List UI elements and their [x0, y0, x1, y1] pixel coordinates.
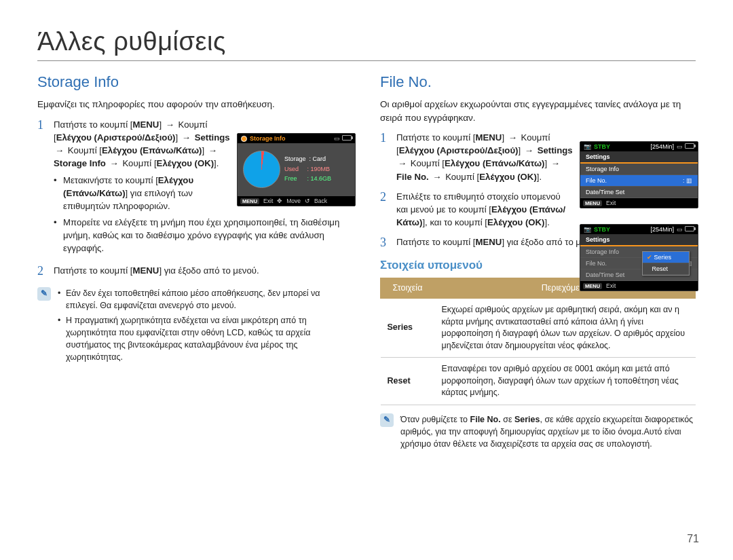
storage-value: : Card: [309, 155, 326, 162]
used-value: : 190MB: [307, 166, 331, 172]
menu-item-storage-info[interactable]: Storage Info: [586, 248, 619, 255]
back-icon: ↺: [305, 198, 310, 204]
storage-info-heading: Storage Info: [37, 73, 353, 91]
submenu-table: Στοιχεία Περιεχόμενα Series Εκχωρεί αριθ…: [380, 278, 696, 405]
menu-item-file-no-value-icon: : ▥: [683, 177, 692, 184]
time-remain: [254Min]: [650, 226, 674, 233]
exit-label: Exit: [606, 282, 616, 289]
table-header-items: Στοιχεία: [381, 278, 435, 299]
card-icon: ▭: [677, 143, 683, 150]
menu-item-file-no[interactable]: File No.: [586, 177, 607, 184]
file-no-intro: Οι αριθμοί αρχείων εκχωρούνται στις εγγε…: [380, 98, 696, 124]
menu-item-file-no[interactable]: File No.: [586, 260, 607, 267]
menu-chip: MENU: [583, 200, 602, 206]
step-2-number: 2: [37, 264, 47, 279]
battery-icon: [685, 226, 694, 231]
move-label: Move: [286, 198, 301, 204]
table-row: Series Εκχωρεί αριθμούς αρχείων με αριθμ…: [381, 299, 696, 358]
battery-icon: [685, 143, 694, 149]
card-icon: ▭: [677, 226, 683, 233]
free-label: Free: [284, 175, 297, 182]
table-key-series: Series: [381, 299, 435, 358]
page-title: Άλλες ρυθμίσεις: [37, 27, 696, 61]
menu-chip: MENU: [240, 198, 259, 204]
used-label: Used: [284, 166, 299, 172]
settings-header: Settings: [586, 153, 610, 160]
page-number: 71: [687, 533, 699, 545]
ui-title: Storage Info: [250, 135, 331, 142]
step-2-body: Πατήστε το κουμπί [MENU] για έξοδο από τ…: [54, 264, 353, 279]
file-no-screenshot-2: 📷 STBY [254Min] ▭ Settings Storage Info …: [580, 224, 698, 291]
menu-item-date-time[interactable]: Date/Time Set: [586, 189, 624, 195]
table-val-reset: Επαναφέρει τον αριθμό αρχείου σε 0001 ακ…: [435, 358, 696, 405]
popup-option-series[interactable]: ✔ Series: [643, 252, 689, 263]
storage-info-screenshot: Storage Info ▭ Storage : Card Used : 190…: [237, 133, 356, 206]
stby-label: STBY: [594, 143, 647, 150]
back-label: Back: [314, 198, 327, 204]
menu-item-storage-info[interactable]: Storage Info: [586, 166, 619, 172]
storage-pie-chart: [243, 151, 280, 188]
r-step-2-number: 2: [380, 190, 390, 229]
exit-label: Exit: [263, 198, 273, 204]
menu-item-date-time[interactable]: Date/Time Set: [586, 272, 624, 278]
note-body: Εάν δεν έχει τοποθετηθεί κάποιο μέσο απο…: [58, 287, 353, 367]
file-no-popup: ✔ Series Reset: [642, 251, 690, 276]
table-val-series: Εκχωρεί αριθμούς αρχείων με αριθμητική σ…: [435, 299, 696, 358]
move-icon: ✥: [277, 198, 282, 204]
stby-label: STBY: [594, 226, 647, 233]
table-key-reset: Reset: [381, 358, 435, 405]
battery-icon: [342, 135, 352, 141]
file-no-screenshot-1: 📷 STBY [254Min] ▭ Settings Storage Info …: [580, 141, 698, 208]
back-indicator-icon: [241, 136, 247, 142]
table-row: Reset Επαναφέρει τον αριθμό αρχείου σε 0…: [381, 358, 696, 405]
file-no-heading: File No.: [380, 73, 696, 91]
storage-label: Storage: [284, 155, 306, 162]
r-step-1-number: 1: [380, 131, 390, 183]
exit-label: Exit: [606, 200, 616, 206]
note-icon: ✎: [380, 413, 394, 427]
settings-header: Settings: [586, 236, 610, 243]
step-1-number: 1: [37, 118, 47, 257]
free-value: : 14.6GB: [307, 175, 332, 182]
popup-option-reset[interactable]: Reset: [643, 263, 689, 275]
card-icon: ▭: [334, 135, 340, 142]
storage-info-intro: Εμφανίζει τις πληροφορίες που αφορούν τη…: [37, 98, 353, 111]
note-body: Όταν ρυθμίζετε το File No. σε Series, σε…: [400, 413, 696, 450]
camera-icon: 📷: [584, 226, 591, 233]
time-remain: [254Min]: [650, 143, 674, 150]
r-step-3-number: 3: [380, 236, 390, 250]
note-icon: ✎: [37, 287, 51, 301]
camera-icon: 📷: [584, 143, 591, 150]
menu-chip: MENU: [583, 283, 602, 289]
